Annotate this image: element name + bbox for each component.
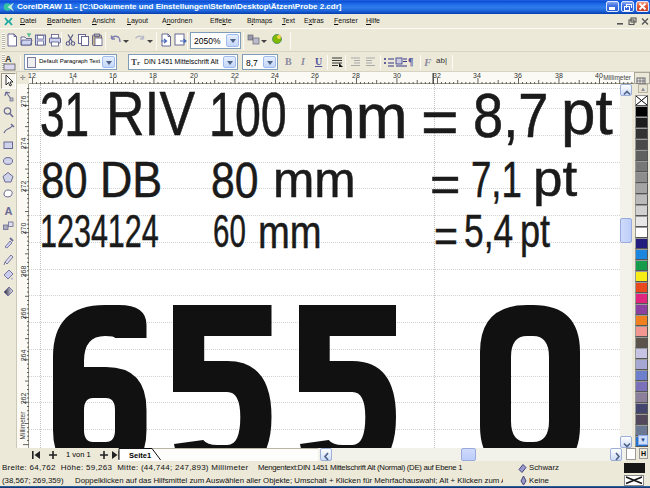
svg-text:A: A: [5, 205, 13, 217]
